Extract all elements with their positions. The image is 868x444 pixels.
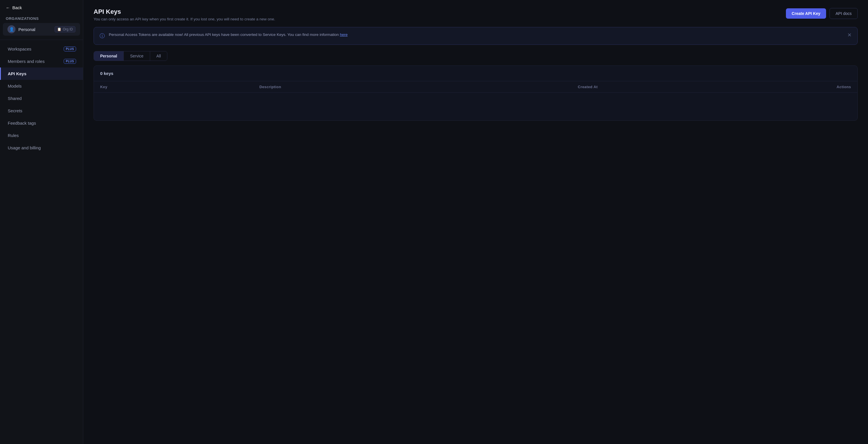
col-created-at: Created At (578, 85, 817, 89)
workspaces-label: Workspaces (8, 47, 31, 51)
filter-tabs: Personal Service All (94, 51, 167, 61)
org-id-label: Org ID (63, 27, 73, 31)
org-id-button[interactable]: 📋 Org ID (55, 26, 75, 32)
tab-all[interactable]: All (150, 51, 167, 61)
organizations-label: Organizations (0, 14, 83, 22)
sidebar-item-feedback-tags[interactable]: Feedback tags (0, 117, 83, 129)
sidebar: ← Back Organizations 👤 Personal 📋 Org ID… (0, 0, 83, 444)
col-actions: Actions (817, 85, 851, 89)
shared-label: Shared (8, 96, 22, 101)
header-actions: Create API Key API docs (786, 8, 858, 19)
org-avatar: 👤 (7, 25, 16, 33)
sidebar-item-models[interactable]: Models (0, 80, 83, 92)
members-plus-badge: PLUS (64, 59, 76, 64)
sidebar-item-api-keys[interactable]: API Keys (0, 67, 83, 80)
banner-link[interactable]: here (340, 32, 348, 37)
banner-text: Personal Access Tokens are available now… (109, 32, 348, 38)
banner-close-button[interactable]: ✕ (847, 32, 851, 38)
usage-billing-label: Usage and billing (8, 145, 41, 150)
col-description: Description (259, 85, 578, 89)
models-label: Models (8, 84, 22, 88)
col-key: Key (100, 85, 259, 89)
rules-label: Rules (8, 133, 19, 138)
members-label: Members and roles (8, 59, 44, 64)
sidebar-nav: Workspaces PLUS Members and roles PLUS A… (0, 43, 83, 154)
table-header: Key Description Created At Actions (94, 81, 857, 93)
sidebar-item-shared[interactable]: Shared (0, 92, 83, 105)
api-docs-button[interactable]: API docs (830, 8, 858, 19)
page-title-block: API Keys You can only access an API key … (94, 8, 275, 21)
api-keys-label: API Keys (8, 71, 26, 76)
sidebar-item-usage-billing[interactable]: Usage and billing (0, 142, 83, 154)
sidebar-item-members[interactable]: Members and roles PLUS (0, 55, 83, 67)
info-banner: ⓘ Personal Access Tokens are available n… (94, 27, 858, 45)
org-selector[interactable]: 👤 Personal 📋 Org ID (3, 23, 80, 36)
table-count: 0 keys (94, 66, 857, 81)
copy-icon: 📋 (57, 27, 61, 31)
page-subtitle: You can only access an API key when you … (94, 17, 275, 21)
sidebar-item-secrets[interactable]: Secrets (0, 105, 83, 117)
create-api-key-button[interactable]: Create API Key (786, 8, 826, 19)
back-label: Back (12, 5, 22, 10)
tab-service[interactable]: Service (124, 51, 150, 61)
tab-personal[interactable]: Personal (94, 51, 124, 61)
back-button[interactable]: ← Back (0, 0, 83, 14)
feedback-tags-label: Feedback tags (8, 121, 36, 125)
org-selector-left: 👤 Personal (7, 25, 35, 33)
workspaces-plus-badge: PLUS (64, 47, 76, 51)
table-empty-state (94, 93, 857, 120)
sidebar-item-rules[interactable]: Rules (0, 129, 83, 142)
main-content: API Keys You can only access an API key … (83, 0, 868, 444)
back-arrow-icon: ← (6, 5, 10, 10)
info-icon: ⓘ (100, 32, 105, 40)
main-header: API Keys You can only access an API key … (94, 8, 858, 21)
org-name: Personal (19, 27, 35, 32)
secrets-label: Secrets (8, 108, 22, 113)
page-title: API Keys (94, 8, 275, 16)
sidebar-item-workspaces[interactable]: Workspaces PLUS (0, 43, 83, 55)
api-keys-table: 0 keys Key Description Created At Action… (94, 65, 858, 121)
